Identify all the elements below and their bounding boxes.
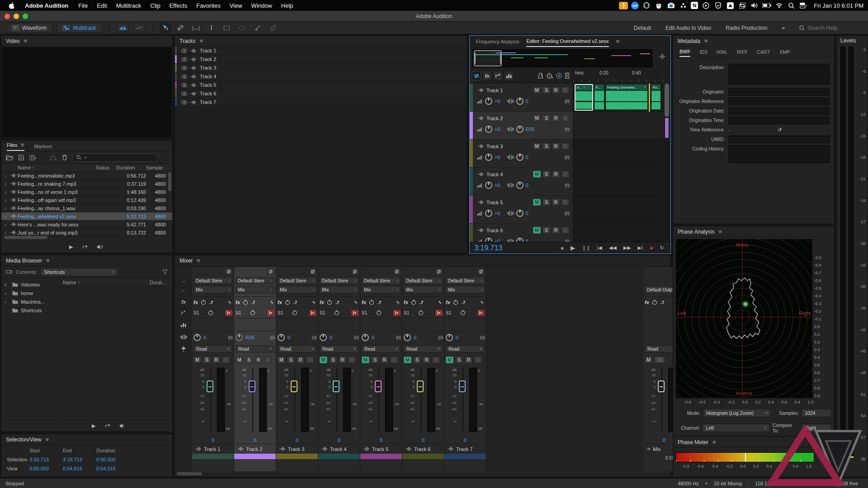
output-select[interactable]: Mix› — [362, 286, 401, 293]
input-select[interactable]: Default Stere› — [193, 277, 232, 284]
phase-invert-button[interactable]: Ø — [435, 268, 443, 275]
volume-knob[interactable] — [485, 126, 492, 133]
monitor-input-button[interactable]: I — [561, 199, 569, 206]
pan-value[interactable]: 0 — [330, 335, 332, 340]
fx-icon[interactable]: fx — [362, 300, 366, 305]
record-arm-button[interactable]: R — [423, 357, 430, 363]
monitor-input-button[interactable]: I — [222, 357, 230, 363]
loop-playback-button[interactable]: ↻ — [660, 245, 664, 251]
fx-icon[interactable]: fx — [404, 300, 408, 305]
media-col-name[interactable]: Name ↑ — [59, 280, 80, 285]
fx-power-button[interactable] — [243, 300, 248, 305]
mute-button[interactable]: M — [404, 357, 411, 363]
track-visibility-eye-icon[interactable] — [181, 83, 187, 87]
eq-slot[interactable] — [446, 318, 485, 331]
fader-handle[interactable] — [417, 380, 424, 392]
go-to-end-button[interactable]: ▶| — [638, 245, 643, 251]
color-dots-icon[interactable] — [679, 2, 688, 9]
editor-track-header[interactable]: Track 5 M S R I +0 — [470, 196, 573, 224]
start-value[interactable]: 3:19.713 — [29, 457, 63, 462]
volume-value[interactable]: +0 — [495, 183, 500, 188]
preview-loop-button[interactable] — [82, 244, 88, 250]
contents-select[interactable]: Shortcuts˅ — [41, 268, 118, 276]
record-arm-button[interactable]: R — [552, 87, 560, 94]
show-eq-icon[interactable] — [176, 318, 191, 331]
channel-name[interactable]: Track 3 — [278, 444, 316, 454]
search-options-caret[interactable]: ˅ — [84, 155, 86, 160]
mute-button[interactable]: M — [278, 357, 285, 363]
panel-menu-icon[interactable]: ≡ — [704, 38, 708, 44]
solo-button[interactable]: S — [455, 357, 463, 363]
solo-button[interactable]: S — [329, 357, 337, 363]
volume-value[interactable]: +0 — [495, 211, 500, 216]
output-select[interactable]: Mix› — [278, 286, 316, 293]
fast-forward-button[interactable]: ▶▶ — [623, 245, 631, 251]
fader-handle[interactable] — [375, 380, 382, 392]
volume-fader[interactable] — [657, 368, 665, 431]
creative-cloud-icon[interactable] — [642, 2, 651, 9]
mute-button[interactable]: M — [320, 357, 327, 363]
mode-select[interactable]: Histogram (Log Zoom)˅ — [703, 409, 771, 417]
tab-frequency-analysis[interactable]: Frequency Analysis — [476, 37, 519, 47]
track-list-item[interactable]: Track 3 — [175, 64, 467, 72]
help-search[interactable] — [799, 25, 862, 31]
shield-icon[interactable] — [713, 2, 722, 9]
end-value[interactable]: 0:54.515 — [63, 466, 96, 471]
monitor-input-button[interactable]: I — [561, 87, 569, 94]
send-slot-label[interactable]: S1 — [278, 310, 283, 315]
fader-handle[interactable] — [207, 380, 213, 392]
workspace-tab[interactable]: Edit Audio to Video — [659, 25, 717, 31]
show-outputs-icon[interactable]: ← — [176, 285, 191, 294]
send-postfader-button[interactable] — [435, 310, 443, 316]
auto-play-button[interactable] — [97, 244, 104, 249]
reset-time-reference-icon[interactable]: ↺ — [778, 127, 782, 133]
mute-button[interactable]: M — [533, 171, 541, 178]
spectral-frequency-button[interactable] — [117, 23, 129, 32]
track-list-item[interactable]: Track 2 — [175, 55, 467, 64]
editor-vertical-scrollbar[interactable] — [664, 84, 670, 243]
automation-icon[interactable]: ((•)) — [354, 335, 359, 340]
help-search-input[interactable] — [807, 25, 862, 31]
duration-value[interactable]: 0:54.515 — [96, 466, 130, 471]
fx-icon[interactable]: fx — [320, 300, 324, 305]
send-postfader-button[interactable] — [225, 310, 232, 316]
solo-button[interactable]: S — [542, 87, 550, 94]
phase-invert-button[interactable]: Ø — [477, 268, 485, 275]
panel-menu-icon[interactable]: ≡ — [46, 436, 49, 443]
menu-item[interactable]: Edit — [92, 2, 111, 9]
timecode-display[interactable]: 3:19.713 — [474, 244, 502, 252]
editor-track-header[interactable]: Track 4 M S R I +0 — [470, 168, 573, 196]
marquee-selection-tool[interactable] — [222, 23, 232, 33]
file-row[interactable]: › Here's ...was ready for.sesx 5:42.771 … — [1, 221, 172, 229]
volume-knob[interactable] — [485, 154, 492, 161]
menu-item[interactable]: Favorites — [192, 2, 225, 9]
mixer-channel-strip[interactable]: Ø Default Stere› Mix› fx ϟ S1 — [276, 267, 318, 471]
input-select[interactable]: Default Stere› — [446, 277, 485, 284]
record-arm-button[interactable]: R — [552, 143, 560, 150]
track-list-item[interactable]: Track 6 — [175, 89, 467, 98]
minimize-window-button[interactable] — [14, 14, 19, 19]
send-slot-label[interactable]: S1 — [236, 310, 241, 315]
fx-prefader-button[interactable] — [209, 300, 215, 305]
mixer-channel-strip[interactable]: Ø Default Stere› Mix› fx ϟ S1 — [192, 267, 234, 471]
eq-slot[interactable] — [236, 318, 274, 331]
input-select[interactable]: Default Stere› — [404, 277, 443, 284]
channel-name[interactable]: Track 5 — [362, 444, 401, 454]
fx-prefader-button[interactable] — [377, 300, 383, 305]
originator-field[interactable] — [728, 88, 830, 96]
send-power-button[interactable] — [376, 310, 382, 315]
pan-knob[interactable] — [362, 334, 369, 341]
record-arm-button[interactable]: R — [212, 357, 220, 363]
freeze-button[interactable]: ϟ — [354, 300, 359, 305]
pan-value[interactable]: 0 — [372, 335, 374, 340]
send-power-button[interactable] — [250, 310, 255, 315]
session-overview-bar[interactable] — [472, 49, 652, 67]
audio-clip[interactable]: F... — [594, 84, 604, 111]
mute-button[interactable]: M — [446, 357, 453, 363]
channel-name[interactable]: Track 4 — [320, 444, 359, 454]
panel-menu-icon[interactable]: ≡ — [46, 257, 50, 264]
phase-invert-button[interactable]: Ø — [351, 268, 359, 275]
media-tree-item[interactable]: Shortcuts — [1, 306, 59, 314]
go-to-start-button[interactable]: |◀ — [597, 245, 602, 251]
metronome-icon[interactable] — [538, 73, 543, 79]
